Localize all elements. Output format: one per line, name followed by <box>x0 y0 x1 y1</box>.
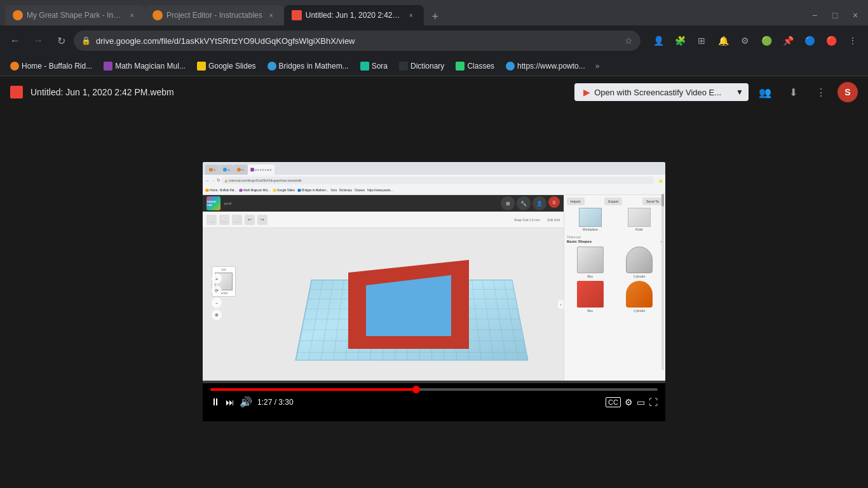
tinkercad-viewport: TOP FRONT + ⟳ − ⊕ <box>203 228 564 381</box>
tab-1[interactable]: My Great Shape Park - Instructab... × <box>5 5 145 25</box>
controls-row: ⏸ ⏭ 🔊 1:27 / 3:30 CC ⚙ ▭ ⛶ <box>210 396 658 408</box>
tinkercad-project-name: pool <box>224 201 231 205</box>
address-bar[interactable]: 🔒 drive.google.com/file/d/1asKkVYtSRrtzY… <box>74 30 641 51</box>
mini-tab-1: Ti <box>205 165 219 175</box>
bookmark-home-label: Home - Buffalo Rid... <box>22 62 92 71</box>
more-icon[interactable]: ⚙ <box>735 30 755 51</box>
mb-bridges: 🔵 Bridges in Mathem... <box>297 189 329 192</box>
workplane-ruler-buttons: Workplane Ruler <box>567 208 663 231</box>
bookmark-dictionary[interactable]: Dictionary <box>394 60 449 72</box>
tc-cut-btn: ⬜ <box>219 215 229 225</box>
bookmarks-more-button[interactable]: » <box>592 60 604 72</box>
open-with-dropdown[interactable]: ▼ <box>731 84 749 100</box>
window-controls: − □ × <box>807 8 863 25</box>
mini-back: ← <box>205 179 210 183</box>
next-button[interactable]: ⏭ <box>226 397 234 407</box>
bookmark-home-favicon <box>10 62 19 71</box>
google-account-icon[interactable]: 👤 <box>648 30 668 51</box>
open-with-button-group[interactable]: ▶ Open with Screencastify Video E... ▼ <box>574 83 749 101</box>
menu-button[interactable]: ⋮ <box>843 30 863 51</box>
bookmark-powto-label: https://www.powto... <box>517 62 585 71</box>
tab-1-close[interactable]: × <box>127 10 137 20</box>
back-button[interactable]: ← <box>5 30 25 51</box>
bookmark-classes-favicon <box>456 62 465 71</box>
workplane-icon <box>579 208 602 227</box>
tab-1-label: My Great Shape Park - Instructab... <box>27 11 123 20</box>
tinkercad-logo: TINKER CAD <box>207 196 220 210</box>
nav-bar: ← → ↻ 🔒 drive.google.com/file/d/1asKkVYt… <box>0 25 868 56</box>
notifications-icon[interactable]: 🔔 <box>713 30 733 51</box>
user-avatar[interactable]: S <box>837 82 858 102</box>
video-player[interactable]: Ti 3l Pr V C V C V D C <box>203 162 665 421</box>
extension-2-icon[interactable]: 📌 <box>778 30 798 51</box>
fit-btn: ⊕ <box>212 310 222 320</box>
tab-2-close[interactable]: × <box>266 10 276 20</box>
url-text: drive.google.com/file/d/1asKkVYtSRrtzYO9… <box>96 36 620 46</box>
settings-button[interactable]: ⚙ <box>625 397 633 407</box>
video-progress-bar[interactable] <box>210 388 658 391</box>
tab-2[interactable]: Project Editor - Instructables × <box>145 5 284 25</box>
zoom-out-btn: − <box>212 298 222 308</box>
bookmark-math[interactable]: Math Magician Mul... <box>98 60 191 72</box>
mini-nav-bar: ← → ↻ 🔒 tinkercad.com/things/iXvaD9oXXik… <box>203 175 665 186</box>
tinkercad-layout: TINKER CAD pool ⊞ 🔧 👤 S <box>203 195 665 381</box>
main-content: Untitled: Jun 1, 2020 2:42 PM.webm ▶ Ope… <box>0 76 868 488</box>
extensions-icon[interactable]: 🧩 <box>670 30 690 51</box>
apps-icon[interactable]: ⊞ <box>691 30 712 51</box>
tc-snap-grid: Snap Grid 1.0 mm <box>514 218 540 222</box>
nav-controls: + ⟳ − ⊕ <box>212 274 222 320</box>
tab-3[interactable]: Untitled: Jun 1, 2020 2:42 PM.we... × <box>284 5 424 25</box>
bookmarks-bar: Home - Buffalo Rid... Math Magician Mul.… <box>0 56 868 76</box>
tinkercad-topbar: TINKER CAD pool ⊞ 🔧 👤 S <box>203 195 564 212</box>
bookmark-star-icon[interactable]: ☆ <box>625 36 633 46</box>
scrollbar-thumb <box>661 195 664 207</box>
bookmark-home[interactable]: Home - Buffalo Rid... <box>5 60 97 72</box>
video-content: Ti 3l Pr V C V C V D C <box>203 162 665 421</box>
extension-1-icon[interactable]: 🟢 <box>756 30 776 51</box>
tinkercad-section-label: Tinkercad <box>567 235 663 239</box>
bookmark-classes[interactable]: Classes <box>451 60 499 72</box>
theater-button[interactable]: ▭ <box>637 397 645 407</box>
volume-button[interactable]: 🔊 <box>240 396 252 408</box>
drive-more-icon[interactable]: ⋮ <box>810 81 832 104</box>
refresh-button[interactable]: ↻ <box>51 30 71 51</box>
bookmark-sora[interactable]: Sora <box>355 60 393 72</box>
maximize-button[interactable]: □ <box>827 8 843 23</box>
mini-forward: → <box>211 179 215 183</box>
tab-1-favicon <box>13 10 23 20</box>
workplane-label: Workplane <box>583 227 598 231</box>
drive-download-icon[interactable]: ⬇ <box>782 81 804 104</box>
shape-cyl-orange: Cylinder <box>616 281 663 313</box>
extension-3-icon[interactable]: 🔵 <box>799 30 820 51</box>
lock-icon: 🔒 <box>81 36 91 45</box>
controls-right: CC ⚙ ▭ ⛶ <box>606 397 658 407</box>
mb-slides: 🟡 Google Slides <box>273 189 295 192</box>
tc-grid-btn: ⊞ <box>501 196 515 210</box>
bookmark-sora-favicon <box>360 62 369 71</box>
cc-button[interactable]: CC <box>606 397 621 407</box>
close-window-button[interactable]: × <box>848 8 863 23</box>
pause-button[interactable]: ⏸ <box>210 396 220 408</box>
ruler-btn: Ruler <box>616 208 663 231</box>
mt-fav-1 <box>209 168 213 172</box>
fullscreen-button[interactable]: ⛶ <box>649 397 658 407</box>
minimize-button[interactable]: − <box>807 8 822 23</box>
bookmark-powto[interactable]: https://www.powto... <box>501 60 590 72</box>
open-with-label: Open with Screencastify Video E... <box>594 88 721 97</box>
new-tab-button[interactable]: + <box>426 8 444 25</box>
forward-button[interactable]: → <box>28 30 48 51</box>
open-with-button[interactable]: ▶ Open with Screencastify Video E... <box>574 83 730 101</box>
zoom-in-btn: + <box>212 274 222 284</box>
extension-4-icon[interactable]: 🔴 <box>821 30 841 51</box>
rotate-btn: ⟳ <box>212 286 222 296</box>
tab-3-close[interactable]: × <box>406 10 416 20</box>
mt-fav-2 <box>223 168 227 172</box>
bookmark-math-favicon <box>104 62 112 71</box>
bookmark-slides[interactable]: Google Slides <box>192 60 261 72</box>
scrollbar <box>661 195 664 370</box>
mb-dict: Dictionary <box>339 189 352 192</box>
drive-add-person-icon[interactable]: 👥 <box>754 81 776 104</box>
bookmark-bridges[interactable]: Bridges in Mathem... <box>262 60 354 72</box>
mini-tab-3: Pr <box>233 165 248 175</box>
tab-3-favicon <box>292 10 302 20</box>
